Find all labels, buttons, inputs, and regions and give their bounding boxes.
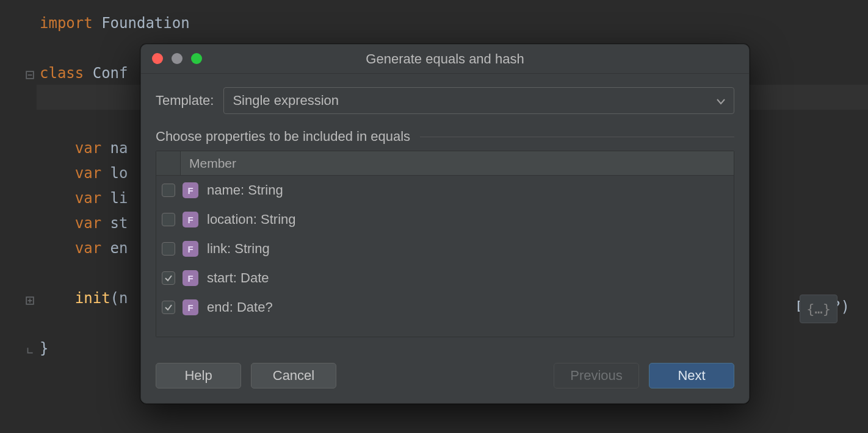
table-row[interactable]: F link: String <box>156 234 734 263</box>
cancel-button[interactable]: Cancel <box>251 363 336 388</box>
field-icon: F <box>183 212 198 227</box>
maximize-icon[interactable] <box>191 53 202 64</box>
field-icon: F <box>183 182 198 198</box>
template-select-value: Single expression <box>233 93 339 109</box>
dialog-footer: Help Cancel Previous Next <box>141 349 749 403</box>
fold-end-icon[interactable] <box>26 346 34 355</box>
template-label: Template: <box>156 93 214 109</box>
member-label: end: Date? <box>207 299 273 315</box>
member-checkbox[interactable] <box>162 242 175 256</box>
member-label: link: String <box>207 241 270 257</box>
code-line: import Foundation <box>40 11 868 36</box>
table-row[interactable]: F end: Date? <box>156 293 734 322</box>
editor-gutter <box>0 0 37 433</box>
chevron-down-icon <box>717 93 725 109</box>
table-row[interactable]: F start: Date <box>156 263 734 293</box>
dialog-titlebar[interactable]: Generate equals and hash <box>141 45 749 74</box>
expand-icon[interactable] <box>26 296 34 305</box>
member-label: name: String <box>207 182 283 198</box>
column-header-member: Member <box>181 156 236 171</box>
table-body: F name: String F location: String F link… <box>156 176 734 337</box>
next-button[interactable]: Next <box>649 363 734 388</box>
code-line-tail: Date?) {…} <box>797 295 850 320</box>
member-checkbox[interactable] <box>162 184 175 197</box>
member-checkbox[interactable] <box>162 213 175 226</box>
close-icon[interactable] <box>152 53 163 64</box>
member-label: location: String <box>207 212 296 227</box>
member-checkbox[interactable] <box>162 301 175 314</box>
table-row[interactable]: F location: String <box>156 205 734 234</box>
section-label: Choose properties to be included in equa… <box>156 129 410 145</box>
table-header: Member <box>156 151 734 176</box>
help-button[interactable]: Help <box>156 363 241 388</box>
field-icon: F <box>183 241 198 257</box>
divider <box>420 137 734 137</box>
field-icon: F <box>183 270 198 286</box>
generate-equals-dialog: Generate equals and hash Template: Singl… <box>140 44 750 404</box>
template-select[interactable]: Single expression <box>223 87 734 114</box>
member-label: start: Date <box>207 270 269 286</box>
members-table: Member F name: String F location: String… <box>156 151 734 337</box>
fold-icon[interactable] <box>26 71 34 79</box>
fold-ellipsis[interactable]: {…} <box>800 295 837 323</box>
member-checkbox[interactable] <box>162 271 175 285</box>
previous-button: Previous <box>554 363 639 388</box>
minimize-icon[interactable] <box>172 53 183 64</box>
field-icon: F <box>183 299 198 315</box>
dialog-title: Generate equals and hash <box>141 51 749 67</box>
table-row[interactable]: F name: String <box>156 176 734 205</box>
